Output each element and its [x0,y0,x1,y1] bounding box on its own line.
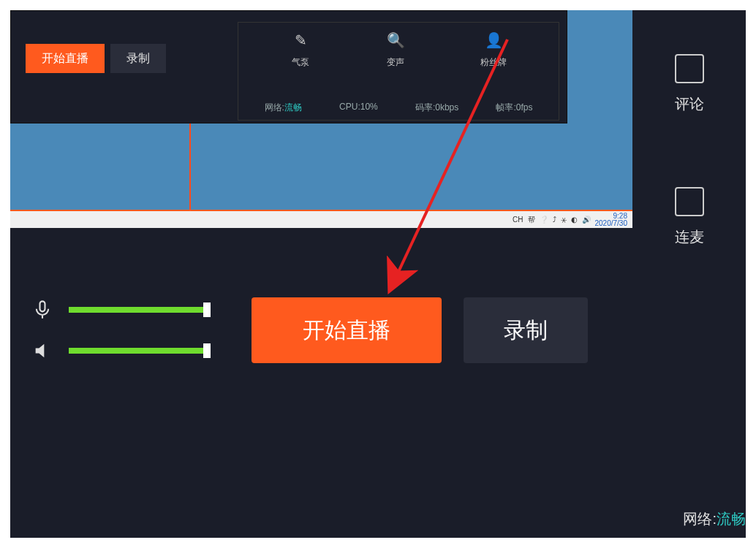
lang-indicator[interactable]: CH [513,216,523,224]
desktop-area: 开始直播 录制 ✎ 气泵 🔍 变声 👤 [10,10,633,226]
tool-label: 气泵 [292,56,309,69]
person-icon: 👤 [483,30,504,50]
volume-icon[interactable]: 🔊 [582,216,591,224]
record-small-button[interactable]: 录制 [110,44,166,73]
clock[interactable]: 9:282020/7/30 [595,213,628,227]
sidebar-item-comments[interactable]: 评论 [675,54,704,114]
lianmai-icon [675,187,704,216]
windows-taskbar[interactable]: CH 帮 ❔ ⤴ ⚹ ◐ 🔊 9:282020/7/30 [10,210,633,228]
right-sidebar: 评论 连麦 网络:流畅 [632,10,746,538]
sidebar-item-lianmai[interactable]: 连麦 [675,187,704,247]
stat-cpu: CPU:10% [339,102,378,114]
stat-framerate: 帧率:0fps [496,102,532,114]
sidebar-label: 评论 [675,94,704,114]
comment-icon [675,54,704,83]
tray-icon[interactable]: ◐ [571,216,578,224]
speaker-icon [32,340,53,361]
main-control-bar: 开始直播 录制 [10,228,633,433]
start-live-button[interactable]: 开始直播 [252,297,442,363]
sidebar-label: 连麦 [675,227,704,247]
mic-volume-slider[interactable] [69,307,208,313]
help-icon[interactable]: ❔ [540,216,548,224]
record-button[interactable]: 录制 [464,297,588,363]
tool-icons-row: ✎ 气泵 🔍 变声 👤 粉丝牌 网络:流畅 [238,22,559,121]
tray-icon[interactable]: ⚹ [561,216,567,224]
wand-icon: ✎ [290,30,311,50]
speaker-volume-row [32,340,208,361]
tool-item-beauty[interactable]: ✎ 气泵 [290,30,311,69]
network-status: 网络:流畅 [683,509,746,529]
slider-thumb[interactable] [203,302,211,317]
tool-item-fans[interactable]: 👤 粉丝牌 [480,30,507,69]
speaker-volume-slider[interactable] [69,348,208,354]
slider-thumb[interactable] [203,343,211,358]
stream-control-panel: 开始直播 录制 ✎ 气泵 🔍 变声 👤 [10,10,567,123]
stat-network: 网络:流畅 [265,102,302,114]
mic-volume-row [32,300,208,320]
tool-label: 粉丝牌 [480,56,507,69]
start-live-small-button[interactable]: 开始直播 [26,44,105,73]
magnifier-icon: 🔍 [385,30,406,50]
tool-label: 变声 [387,56,404,69]
tray-icon[interactable]: 帮 [528,215,535,225]
stat-bitrate: 码率:0kbps [415,102,458,114]
tool-item-voice[interactable]: 🔍 变声 [385,30,406,69]
mic-icon [32,300,53,320]
tray-icon[interactable]: ⤴ [553,216,556,224]
